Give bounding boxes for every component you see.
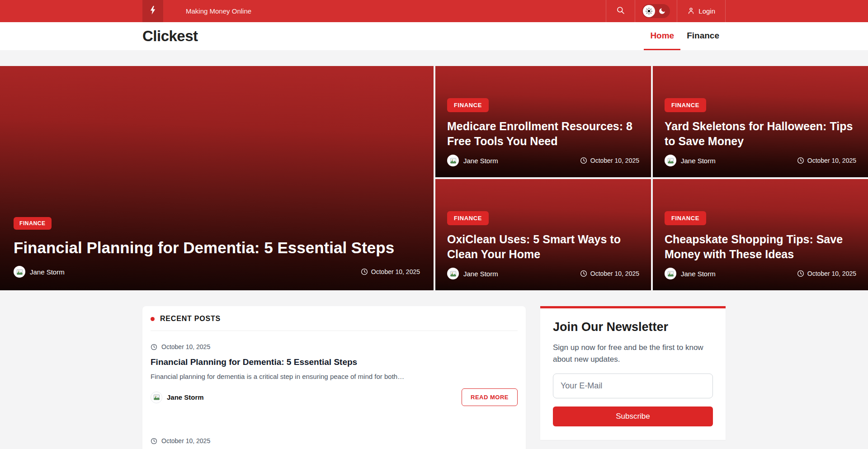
site-header: Clickest Home Finance — [0, 22, 868, 50]
secondary-post-card[interactable]: FINANCE Medicare Enrollment Resources: 8… — [435, 66, 651, 177]
newsletter-description: Sign up now for free and be the first to… — [553, 342, 713, 366]
category-badge[interactable]: FINANCE — [14, 217, 52, 230]
post-author[interactable]: Jane Storm — [447, 268, 498, 279]
post-title[interactable]: Yard Skeletons for Halloween: Tips to Sa… — [665, 119, 856, 149]
post-excerpt: Financial planning for dementia is a cri… — [151, 373, 518, 380]
site-tagline: Making Money Online — [186, 7, 251, 15]
post-title[interactable]: Cheapskate Shopping Tips: Save Money wit… — [665, 232, 856, 262]
secondary-post-card[interactable]: FINANCE Yard Skeletons for Halloween: Ti… — [653, 66, 868, 177]
light-mode-sun-icon[interactable] — [643, 5, 655, 17]
category-badge[interactable]: FINANCE — [665, 98, 706, 112]
author-name: Jane Storm — [681, 270, 716, 278]
read-more-button[interactable]: READ MORE — [462, 388, 518, 406]
post-author[interactable]: Jane Storm — [665, 155, 716, 166]
post-title[interactable]: Medicare Enrollment Resources: 8 Free To… — [447, 119, 639, 149]
bolt-icon-box — [142, 0, 163, 22]
recent-posts-header: RECENT POSTS — [151, 306, 518, 331]
theme-toggle[interactable] — [642, 4, 670, 18]
search-icon — [616, 6, 625, 16]
author-name: Jane Storm — [681, 157, 716, 165]
author-avatar — [665, 155, 676, 166]
post-list-item: October 10, 2025 Financial Planning for … — [151, 331, 518, 425]
red-dot-icon — [151, 317, 155, 321]
post-date: October 10, 2025 — [797, 157, 856, 164]
newsletter-widget: Join Our Newsletter Sign up now for free… — [540, 306, 726, 440]
login-label: Login — [698, 7, 715, 15]
login-button[interactable]: Login — [677, 0, 726, 22]
post-author[interactable]: Jane Storm — [14, 266, 65, 278]
clock-icon — [580, 157, 587, 164]
author-avatar — [447, 268, 459, 279]
post-author[interactable]: Jane Storm — [151, 392, 204, 403]
post-date: October 10, 2025 — [151, 437, 518, 444]
hero-post-grid: FINANCE Financial Planning for Dementia:… — [0, 66, 868, 290]
newsletter-title: Join Our Newsletter — [553, 320, 713, 334]
post-date: October 10, 2025 — [151, 343, 518, 350]
post-title[interactable]: Financial Planning for Dementia: 5 Essen… — [151, 357, 518, 367]
category-badge[interactable]: FINANCE — [665, 211, 706, 225]
author-name: Jane Storm — [30, 268, 65, 276]
post-author[interactable]: Jane Storm — [447, 155, 498, 166]
author-name: Jane Storm — [463, 270, 498, 278]
author-avatar — [665, 268, 676, 279]
featured-post-title[interactable]: Financial Planning for Dementia: 5 Essen… — [14, 238, 420, 258]
clock-icon — [151, 438, 157, 444]
secondary-post-card[interactable]: FINANCE OxiClean Uses: 5 Smart Ways to C… — [435, 179, 651, 290]
clock-icon — [151, 344, 157, 350]
post-author[interactable]: Jane Storm — [665, 268, 716, 279]
post-list-item: October 10, 2025 Medicare Enrollment Res… — [151, 425, 518, 449]
site-logo[interactable]: Clickest — [142, 28, 198, 45]
recent-posts-title: RECENT POSTS — [160, 315, 221, 323]
post-date: October 10, 2025 — [580, 157, 639, 164]
theme-toggle-section — [635, 0, 677, 22]
search-button[interactable] — [606, 0, 635, 22]
lightning-icon — [150, 6, 156, 16]
email-input[interactable] — [553, 373, 713, 398]
author-name: Jane Storm — [463, 157, 498, 165]
clock-icon — [797, 157, 804, 164]
author-avatar — [14, 266, 25, 278]
author-avatar — [151, 392, 162, 403]
nav-item-home[interactable]: Home — [644, 22, 680, 50]
author-name: Jane Storm — [167, 393, 204, 401]
recent-posts-section: RECENT POSTS October 10, 2025 Financial … — [142, 306, 526, 449]
post-title[interactable]: OxiClean Uses: 5 Smart Ways to Clean You… — [447, 232, 639, 262]
secondary-post-card[interactable]: FINANCE Cheapskate Shopping Tips: Save M… — [653, 179, 868, 290]
category-badge[interactable]: FINANCE — [447, 211, 489, 225]
featured-post-card[interactable]: FINANCE Financial Planning for Dementia:… — [0, 66, 434, 290]
clock-icon — [580, 270, 587, 277]
dark-mode-moon-icon[interactable] — [658, 7, 666, 15]
clock-icon — [797, 270, 804, 277]
user-icon — [687, 7, 695, 16]
post-date: October 10, 2025 — [580, 270, 639, 277]
nav-item-finance[interactable]: Finance — [680, 22, 726, 50]
post-date: October 10, 2025 — [797, 270, 856, 277]
post-date: October 10, 2025 — [361, 268, 420, 275]
main-nav: Home Finance — [644, 22, 726, 50]
subscribe-button[interactable]: Subscribe — [553, 406, 713, 426]
top-bar: Making Money Online — [0, 0, 868, 22]
category-badge[interactable]: FINANCE — [447, 98, 489, 112]
clock-icon — [361, 268, 368, 275]
author-avatar — [447, 155, 459, 166]
